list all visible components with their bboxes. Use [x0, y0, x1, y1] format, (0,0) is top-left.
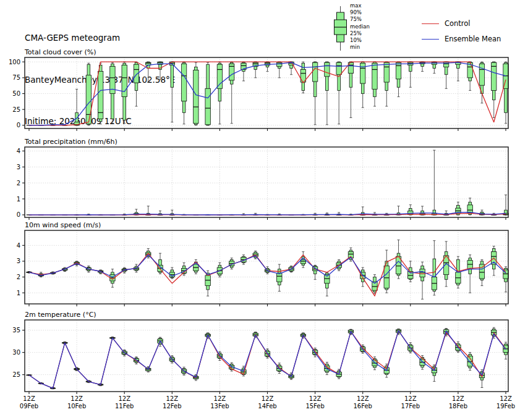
x-tick-date: 11Feb [115, 403, 134, 410]
y-tick-label: 4 [17, 148, 20, 154]
y-tick-label: 4 [17, 242, 20, 249]
panel-precip: 01234Total precipitation (mm/6h) [17, 138, 509, 220]
box-25-75 [360, 63, 365, 83]
boxplot [194, 62, 198, 125]
boxplot [277, 264, 282, 292]
boxplot [205, 62, 210, 125]
box-25-75 [384, 266, 389, 288]
boxplot [432, 62, 437, 73]
x-tick-time: 12Z [309, 395, 322, 402]
box-25-75 [312, 62, 317, 82]
boxplot [503, 195, 508, 215]
boxplot [479, 370, 484, 388]
y-tick-label: 25 [12, 371, 20, 378]
box-25-75 [336, 62, 341, 75]
boxplot [503, 62, 508, 124]
x-tick-date: 10Feb [67, 403, 86, 410]
x-tick-time: 12Z [452, 395, 464, 402]
boxplot [443, 62, 448, 88]
box-25-75 [194, 70, 198, 124]
y-tick-label: 30 [12, 349, 20, 356]
boxplot [134, 62, 139, 106]
boxplot [467, 255, 472, 293]
panel-frame [25, 147, 508, 217]
boxplot [169, 62, 174, 122]
box-25-75 [205, 275, 210, 286]
panel-title: Total cloud cover (%) [24, 48, 96, 56]
y-tick-label: 0 [17, 122, 20, 128]
box-25-75 [396, 62, 401, 79]
x-tick-date: 13Feb [210, 403, 229, 410]
boxplot [492, 62, 497, 117]
x-tick-date: 12Feb [163, 403, 181, 410]
box-25-75 [181, 64, 186, 101]
gridlines [25, 147, 508, 217]
boxplot [420, 356, 425, 369]
y-tick-label: 35 [12, 327, 20, 334]
x-axis-labels: 12Z09Feb12Z10Feb12Z11Feb12Z12Feb12Z13Feb… [20, 395, 515, 410]
panel-wind: 123410m wind speed (m/s) [17, 221, 509, 306]
boxplot [253, 62, 258, 78]
x-tick-date: 17Feb [401, 403, 420, 410]
x-tick-time: 12Z [70, 395, 83, 402]
panel-title: 2m temperature (°C) [25, 311, 96, 319]
y-tick-label: 25 [12, 106, 20, 113]
box-25-75 [217, 64, 222, 88]
boxplot [432, 150, 437, 215]
boxplot [336, 62, 341, 124]
y-tick-label: 3 [17, 258, 20, 264]
y-tick-label: 100 [9, 59, 20, 65]
panel-title: 10m wind speed (m/s) [25, 221, 101, 229]
boxplot [396, 62, 401, 96]
y-tick-label: 2 [17, 274, 20, 280]
meteogram-figure: { "header": { "title_line1": "CMA-GEPS m… [0, 0, 520, 420]
axis-ticks [22, 151, 506, 220]
boxplot [241, 62, 246, 81]
box-25-75 [277, 62, 282, 66]
y-tick-label: 75 [12, 74, 20, 81]
boxplot [122, 62, 127, 124]
boxplot [110, 62, 115, 124]
x-tick-time: 12Z [500, 395, 512, 402]
boxplot [456, 62, 461, 81]
box-25-75 [479, 64, 484, 85]
box-25-75 [325, 62, 330, 77]
boxplot [420, 262, 425, 299]
x-tick-time: 12Z [166, 395, 179, 402]
x-tick-date: 18Feb [449, 403, 467, 410]
y-tick-label: 50 [12, 90, 20, 97]
boxplot [229, 62, 234, 124]
boxplot [432, 241, 437, 295]
y-tick-label: 1 [17, 196, 20, 203]
axis-ticks [22, 330, 506, 394]
panel-temp: 2530352m temperature (°C)12Z09Feb12Z10Fe… [12, 311, 515, 410]
x-tick-date: 14Feb [258, 403, 276, 410]
x-tick-time: 12Z [23, 395, 35, 402]
x-tick-date: 09Feb [20, 403, 38, 410]
meteogram-panels: 0255075100Total cloud cover (%)01234Tota… [0, 0, 520, 420]
box-25-75 [467, 205, 472, 213]
boxplot [479, 259, 484, 285]
box-25-75 [277, 273, 282, 282]
boxplot [169, 267, 174, 279]
boxplot [312, 62, 317, 125]
y-tick-label: 2 [17, 180, 20, 187]
boxplot [348, 62, 353, 117]
panel-cloud: 0255075100Total cloud cover (%) [9, 48, 508, 131]
boxplot [503, 342, 508, 359]
boxplot [181, 62, 186, 124]
boxplot [372, 357, 377, 370]
boxplot [217, 62, 222, 124]
boxplot [146, 206, 151, 215]
panel-title: Total precipitation (mm/6h) [24, 138, 117, 146]
box-25-75 [86, 75, 91, 124]
boxplot [396, 206, 401, 215]
x-tick-time: 12Z [357, 395, 369, 402]
box-25-75 [205, 88, 210, 125]
x-tick-date: 19Feb [497, 403, 515, 410]
boxplot [408, 62, 413, 87]
y-tick-label: 3 [17, 164, 20, 170]
boxplot [384, 62, 389, 106]
boxplot [86, 63, 91, 125]
x-tick-time: 12Z [404, 395, 417, 402]
